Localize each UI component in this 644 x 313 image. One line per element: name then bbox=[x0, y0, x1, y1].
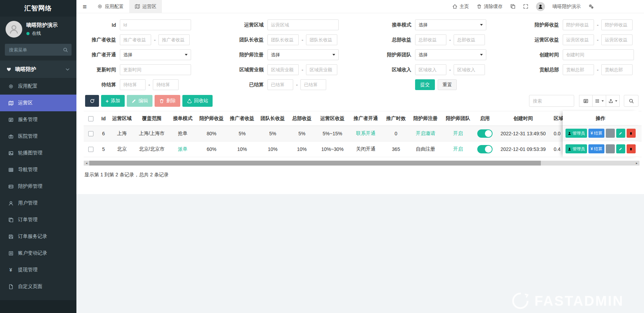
home-link[interactable]: 主页 bbox=[452, 3, 469, 10]
escort-team-value[interactable]: 开启 bbox=[441, 142, 474, 157]
filter-input-create-time[interactable] bbox=[563, 49, 634, 60]
scroll-left-arrow[interactable]: ◂ bbox=[84, 161, 89, 166]
filter-select-escort-team[interactable]: 选择 bbox=[415, 49, 486, 60]
promoter-open-value[interactable]: 关闭开通 bbox=[349, 142, 382, 157]
row-checkbox[interactable] bbox=[88, 131, 93, 136]
filter-hq-income-max[interactable] bbox=[454, 34, 485, 45]
settings-button[interactable] bbox=[588, 4, 594, 9]
sidebar-item-app-config[interactable]: 应用配置 bbox=[0, 78, 76, 95]
fullscreen-button[interactable] bbox=[523, 4, 528, 9]
navbar-avatar[interactable] bbox=[536, 2, 545, 11]
filter-promoter-income-max[interactable] bbox=[158, 34, 190, 45]
filter-pending-settle-min[interactable] bbox=[120, 79, 146, 90]
col-order-mode[interactable]: 接单模式 bbox=[169, 111, 196, 126]
row-delete-button[interactable] bbox=[627, 144, 636, 153]
order-mode-value[interactable]: 派单 bbox=[169, 142, 196, 157]
filter-oparea-income-min[interactable] bbox=[563, 34, 594, 45]
sidebar-item-carousel-mgmt[interactable]: 轮播图管理 bbox=[0, 145, 76, 161]
enable-toggle[interactable] bbox=[477, 129, 493, 138]
col-escort-register[interactable]: 陪护师注册 bbox=[410, 111, 441, 126]
delete-button[interactable]: 删除 bbox=[155, 95, 180, 107]
sidebar-item-escort-mgmt[interactable]: 陪护师管理 bbox=[0, 178, 76, 195]
col-region[interactable]: 运营区域 bbox=[109, 111, 134, 126]
sidebar-item-order-mgmt[interactable]: 订单管理 bbox=[0, 211, 76, 228]
detail-view-button[interactable] bbox=[579, 95, 593, 107]
filter-contribute-hq-min[interactable] bbox=[563, 64, 594, 75]
filter-region-turnover-max[interactable] bbox=[306, 64, 337, 75]
drag-sort-button[interactable] bbox=[606, 129, 615, 138]
clear-cache-link[interactable]: 清除缓存 bbox=[477, 3, 503, 10]
tab-app-config[interactable]: 应用配置 bbox=[92, 0, 129, 13]
escort-team-value[interactable]: 开启 bbox=[441, 126, 474, 142]
filter-hq-income-min[interactable] bbox=[415, 34, 446, 45]
submit-button[interactable]: 提交 bbox=[415, 79, 435, 90]
sidebar-item-custom-page[interactable]: 自定义页面 bbox=[0, 278, 76, 295]
select-all-checkbox[interactable] bbox=[88, 116, 93, 121]
navbar-user-menu[interactable]: 嘀嗒陪护演示 bbox=[553, 3, 581, 10]
scroll-right-arrow[interactable]: ▸ bbox=[634, 161, 639, 166]
filter-region-revenue-max[interactable] bbox=[454, 64, 485, 75]
filter-input-update-time[interactable] bbox=[120, 64, 191, 75]
settle-button[interactable]: ¥结算 bbox=[588, 129, 604, 138]
filter-leader-income-max[interactable] bbox=[306, 34, 337, 45]
filter-promoter-income-min[interactable] bbox=[120, 34, 151, 45]
sidebar-item-account-change-log[interactable]: 账户变动记录 bbox=[0, 245, 76, 262]
row-edit-button[interactable] bbox=[616, 129, 625, 138]
col-promoter-open[interactable]: 推广者开通 bbox=[349, 111, 382, 126]
filter-select-order-mode[interactable]: 选择 bbox=[415, 19, 486, 30]
filter-select-escort-register[interactable]: 选择 bbox=[267, 49, 339, 60]
filter-settled-max[interactable] bbox=[300, 79, 326, 90]
filter-region-revenue-min[interactable] bbox=[415, 64, 446, 75]
col-escort-income[interactable]: 陪护师收益 bbox=[196, 111, 227, 126]
sidebar-item-user-mgmt[interactable]: 用户管理 bbox=[0, 195, 76, 211]
refresh-button[interactable] bbox=[85, 95, 99, 107]
col-coverage[interactable]: 覆盖范围 bbox=[134, 111, 169, 126]
filter-leader-income-min[interactable] bbox=[267, 34, 299, 45]
sidebar-item-withdraw-mgmt[interactable]: ¥提现管理 bbox=[0, 262, 76, 278]
sidebar-item-order-service-log[interactable]: 订单服务记录 bbox=[0, 228, 76, 245]
filter-input-id[interactable] bbox=[120, 19, 191, 30]
menu-search-input[interactable] bbox=[5, 44, 72, 56]
recycle-bin-button[interactable]: 回收站 bbox=[182, 95, 213, 107]
row-checkbox[interactable] bbox=[88, 147, 93, 152]
filter-select-promoter-open[interactable]: 选择 bbox=[120, 49, 191, 60]
table-search-input[interactable] bbox=[529, 95, 574, 107]
filter-pending-settle-max[interactable] bbox=[153, 79, 179, 90]
drag-sort-button[interactable] bbox=[606, 144, 615, 153]
sidebar-item-nav-mgmt[interactable]: 导航管理 bbox=[0, 161, 76, 178]
sidebar-item-operating-area[interactable]: 运营区 bbox=[0, 95, 76, 111]
admin-button[interactable]: 管理员 bbox=[565, 129, 587, 138]
col-oparea-income[interactable]: 运营区收益 bbox=[316, 111, 349, 126]
scrollbar-thumb[interactable] bbox=[89, 161, 541, 166]
scrollbar-track[interactable] bbox=[541, 161, 634, 166]
add-button[interactable]: +添加 bbox=[101, 95, 125, 107]
filter-escort-income-max[interactable] bbox=[601, 19, 633, 30]
col-escort-team[interactable]: 陪护师团队 bbox=[441, 111, 474, 126]
col-leader-income[interactable]: 团队长收益 bbox=[257, 111, 288, 126]
order-mode-value[interactable]: 抢单 bbox=[169, 126, 196, 142]
row-edit-button[interactable] bbox=[616, 144, 625, 153]
col-promoter-income[interactable]: 推广者收益 bbox=[227, 111, 257, 126]
reset-button[interactable]: 重置 bbox=[438, 79, 457, 90]
col-id[interactable]: Id bbox=[98, 111, 109, 126]
col-hq-income[interactable]: 总部收益 bbox=[288, 111, 316, 126]
filter-settled-min[interactable] bbox=[267, 79, 293, 90]
sidebar-item-hospital-mgmt[interactable]: 医院管理 bbox=[0, 128, 76, 145]
columns-dropdown-button[interactable] bbox=[593, 95, 606, 107]
search-toggle-button[interactable] bbox=[624, 95, 638, 107]
edit-button[interactable]: 编辑 bbox=[127, 95, 152, 107]
promoter-open-value[interactable]: 联系开通 bbox=[349, 126, 382, 142]
escort-register-value[interactable]: 开启邀请 bbox=[410, 126, 441, 142]
hamburger-icon[interactable]: ≡ bbox=[83, 3, 87, 10]
settle-button[interactable]: ¥结算 bbox=[588, 144, 604, 153]
filter-contribute-hq-max[interactable] bbox=[601, 64, 633, 75]
col-promo-validity[interactable]: 推广时效 bbox=[382, 111, 410, 126]
filter-region-turnover-min[interactable] bbox=[267, 64, 299, 75]
export-dropdown-button[interactable] bbox=[606, 95, 620, 107]
filter-input-region[interactable] bbox=[267, 19, 339, 30]
sidebar-section-peihu[interactable]: 嘀嗒陪护 bbox=[0, 61, 76, 78]
filter-oparea-income-max[interactable] bbox=[601, 34, 633, 45]
sidebar-item-service-mgmt[interactable]: 服务管理 bbox=[0, 111, 76, 128]
tab-operating-area[interactable]: 运营区 bbox=[129, 0, 162, 13]
enable-toggle[interactable] bbox=[477, 145, 493, 153]
